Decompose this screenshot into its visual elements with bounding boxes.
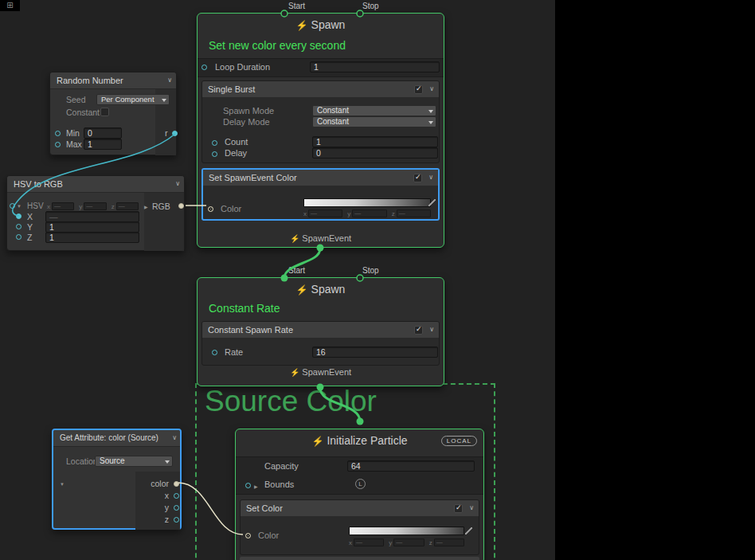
hsv-x-port[interactable] (16, 213, 22, 219)
constant-spawn-rate-header: Constant Spawn Rate (202, 322, 439, 339)
x-output-port[interactable] (174, 493, 179, 499)
location-dropdown[interactable]: Source (95, 456, 173, 467)
min-port[interactable] (55, 131, 61, 136)
count-port[interactable] (212, 140, 217, 146)
delay-port[interactable] (212, 151, 217, 157)
count-field[interactable]: 1 (312, 136, 438, 147)
color-picker-icon[interactable] (428, 199, 436, 206)
spawnevent-color-port[interactable] (208, 206, 213, 212)
hsv-to-rgb-chevron-icon[interactable]: ∨ (175, 180, 180, 187)
set-color-port[interactable] (245, 533, 251, 538)
color-fold-open-icon[interactable]: ▼ (60, 482, 65, 487)
bounds-label: Bounds (264, 480, 294, 489)
max-port[interactable] (55, 142, 61, 147)
set-color-block[interactable]: Set Color ✓ ∨ Color x— y— z— (240, 499, 479, 555)
x-output-label: x (165, 491, 169, 500)
single-burst-block[interactable]: Single Burst ✓ ∨ Spawn Mode Constant Del… (201, 80, 440, 163)
z-component-field: — (434, 538, 464, 546)
delay-field[interactable]: 0 (312, 147, 438, 159)
single-burst-chevron-icon[interactable]: ∨ (429, 85, 434, 92)
bounds-space-toggle[interactable]: L (355, 479, 366, 489)
random-output-label: r (165, 128, 168, 138)
hsv-z-label: Z (27, 233, 32, 242)
z-output-label: z (165, 515, 169, 524)
max-field[interactable]: 1 (84, 139, 122, 150)
single-burst-header: Single Burst (202, 81, 439, 98)
y-component-label: y (389, 539, 392, 546)
delay-label: Delay (225, 148, 247, 158)
x-component-field: — (52, 202, 74, 210)
rate-port[interactable] (212, 350, 217, 355)
set-spawnevent-color-checkbox[interactable]: ✓ (413, 174, 422, 182)
color-output-port[interactable] (174, 481, 179, 487)
y-output-port[interactable] (174, 505, 179, 511)
z-component-label: z (392, 210, 395, 217)
spawn-bolt-icon: ⚡ (296, 20, 308, 31)
random-number-chevron-icon[interactable]: ∨ (167, 76, 172, 84)
hsv-components: x— y— z— (47, 202, 139, 210)
hsv-fold-open-icon[interactable]: ▼ (17, 204, 22, 209)
hsv-to-rgb-header: HSV to RGB (7, 176, 184, 193)
color-components: x— y— z— (303, 210, 431, 217)
loop-duration-port[interactable] (201, 65, 207, 70)
set-spawnevent-color-chevron-icon[interactable]: ∨ (428, 174, 433, 181)
hsv-z-field[interactable]: 1 (45, 232, 139, 243)
color-picker-icon[interactable] (465, 527, 472, 535)
set-spawnevent-color-header: Set SpawnEvent Color (203, 170, 438, 186)
spawn-mode-dropdown[interactable]: Constant (312, 105, 436, 116)
spawn-context-2[interactable]: ⚡Spawn Constant Rate Constant Spawn Rate… (197, 277, 444, 386)
bounds-port[interactable] (245, 483, 251, 488)
set-color-checkbox[interactable]: ✓ (454, 504, 463, 513)
constant-spawn-rate-chevron-icon[interactable]: ∨ (429, 326, 434, 333)
spawn1-subtitle: Set new color every second (209, 39, 346, 52)
color-swatch[interactable] (303, 198, 431, 207)
spawn1-spawnevent-output: ⚡SpawnEvent (198, 233, 444, 243)
constant-spawn-rate-checkbox[interactable]: ✓ (414, 326, 423, 335)
spawn-mode-label: Spawn Mode (223, 106, 274, 116)
initialize-particle-context[interactable]: ⚡Initialize Particle LOCAL Capacity 64 ▶… (235, 429, 484, 560)
get-attribute-chevron-icon[interactable]: ∨ (172, 434, 177, 441)
loop-duration-field[interactable]: 1 (310, 61, 440, 72)
hsv-input-label: HSV (27, 202, 44, 210)
capacity-field[interactable]: 64 (347, 460, 475, 472)
count-label: Count (225, 137, 248, 147)
hsv-y-field[interactable]: 1 (45, 221, 139, 233)
x-component-label: x (47, 203, 50, 210)
vfx-graph-canvas[interactable]: Source Color Start Stop Start Stop ⚡Spaw… (0, 0, 755, 560)
y-component-field: — (84, 202, 106, 210)
initialize-bolt-icon: ⚡ (311, 436, 323, 447)
delay-mode-dropdown[interactable]: Constant (312, 116, 436, 127)
set-color-header: Set Color (241, 500, 479, 517)
spawnevent-bolt-icon: ⚡ (290, 368, 299, 377)
hsv-z-port[interactable] (16, 234, 22, 240)
min-field[interactable]: 0 (84, 127, 122, 139)
hsv-input-port[interactable] (10, 203, 15, 209)
constant-checkbox[interactable] (100, 108, 109, 116)
set-spawnevent-color-block[interactable]: Set SpawnEvent Color ✓ ∨ Color x— y— z— (201, 168, 440, 221)
color-swatch[interactable] (349, 527, 464, 535)
hsv-x-field: — (45, 211, 139, 222)
rgb-output-port[interactable] (178, 203, 184, 209)
spawnevent-color-label: Color (221, 204, 241, 213)
local-space-badge: LOCAL (441, 436, 477, 446)
bounds-fold-closed-icon[interactable]: ▶ (254, 484, 258, 489)
check-icon: ✓ (415, 173, 421, 181)
constant-label: Constant (66, 108, 100, 117)
rate-field[interactable]: 16 (312, 347, 438, 358)
x-component-label: x (303, 210, 307, 217)
rgb-fold-closed-icon[interactable]: ▶ (144, 204, 148, 210)
hsv-to-rgb-node[interactable]: HSV to RGB ∨ ▼ HSV x— y— z— ▶ RGB X — Y … (6, 175, 185, 251)
min-label: Min (66, 128, 80, 138)
spawn2-title: ⚡Spawn (198, 283, 444, 296)
seed-dropdown[interactable]: Per Component (96, 94, 170, 105)
spawn-context-1[interactable]: ⚡Spawn Set new color every second Loop D… (197, 13, 444, 248)
single-burst-checkbox[interactable]: ✓ (414, 85, 423, 94)
random-output-port[interactable] (172, 131, 178, 136)
get-attribute-node[interactable]: Get Attribute: color (Source) ∨ Location… (52, 429, 182, 530)
set-color-chevron-icon[interactable]: ∨ (469, 504, 474, 511)
hsv-y-port[interactable] (16, 224, 22, 229)
random-number-node[interactable]: Random Number ∨ Seed Per Component Const… (49, 72, 177, 155)
z-output-port[interactable] (174, 517, 179, 523)
constant-spawn-rate-block[interactable]: Constant Spawn Rate ✓ ∨ Rate 16 (201, 321, 440, 366)
color-output-label: color (151, 479, 169, 488)
